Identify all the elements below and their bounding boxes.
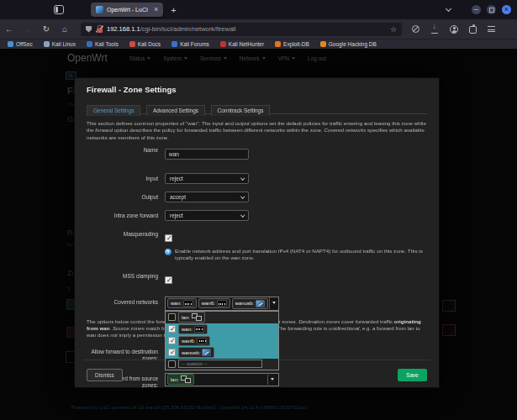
- nav-menu-item[interactable]: Status: [129, 55, 150, 61]
- bookmark-star-icon[interactable]: ☆: [390, 25, 397, 34]
- dropdown-option[interactable]: wanusb:: [166, 347, 278, 359]
- dropdown-option[interactable]: wan6:: [166, 335, 278, 347]
- modal-tab[interactable]: Advanced Settings: [146, 105, 205, 116]
- reload-button[interactable]: [37, 19, 55, 39]
- extensions-icon[interactable]: [469, 26, 477, 34]
- option-network-chip: lan:: [178, 312, 205, 323]
- output-policy-select[interactable]: accept: [165, 192, 249, 202]
- intra-zone-forward-select[interactable]: reject: [165, 210, 249, 221]
- list-all-tabs-chevron-down-icon[interactable]: [446, 6, 451, 12]
- permissions-blocked-icon[interactable]: [412, 25, 419, 33]
- covered-networks-multiselect[interactable]: wan: wan6: wanusb:: [165, 297, 279, 311]
- bookmark-favicon: [171, 41, 177, 47]
- selected-network-chip[interactable]: wan:: [167, 298, 197, 308]
- network-interface-icon: [256, 300, 265, 307]
- network-interface-icon: [192, 313, 202, 321]
- dropdown-open-button[interactable]: [269, 297, 278, 309]
- masquerading-checkbox[interactable]: [165, 234, 172, 242]
- mss-clamping-checkbox[interactable]: [165, 276, 172, 284]
- field-row-covered-networks: Covered networks wan: wan6:: [87, 297, 427, 311]
- dropdown-option[interactable]: wan:: [166, 323, 278, 335]
- intro-text-part: forward: [95, 127, 113, 133]
- tab-close-icon[interactable]: ×: [154, 6, 158, 13]
- window-maximize-button[interactable]: [487, 5, 496, 14]
- bookmark-item[interactable]: Kali Linux: [44, 41, 76, 47]
- name-label: Name: [87, 144, 158, 154]
- intra-zone-forward-label: Intra zone forward: [87, 210, 158, 219]
- forward-button[interactable]: [18, 19, 37, 39]
- bookmark-item[interactable]: Kali Docs: [129, 41, 161, 47]
- nav-menu-item[interactable]: Log out: [308, 55, 326, 61]
- masquerading-help: Enable network address and port translat…: [165, 248, 430, 261]
- selected-network-chip[interactable]: wanusb:: [232, 298, 268, 309]
- bookmark-item[interactable]: Kali NetHunter: [220, 41, 264, 47]
- triangle-down-icon: [272, 302, 276, 304]
- chevron-down-icon: [240, 213, 245, 217]
- bookmark-item[interactable]: Kali Forums: [171, 41, 209, 47]
- bookmark-favicon: [8, 41, 13, 47]
- option-checkbox[interactable]: [168, 325, 176, 333]
- dropdown-custom-row[interactable]: -- custom --: [166, 359, 278, 370]
- modal-tab[interactable]: Conntrack Settings: [211, 105, 271, 116]
- new-tab-button[interactable]: +: [171, 5, 176, 15]
- window-minimize-button[interactable]: [472, 5, 481, 14]
- zone-settings-modal: Firewall - Zone Settings General Setting…: [74, 77, 440, 388]
- bookmark-label: Google Hacking DB: [329, 41, 377, 47]
- hamburger-menu-icon[interactable]: [488, 26, 495, 32]
- bookmarks-bar: OffSec Kali Linux Kali Tools Kali Docs K…: [0, 39, 517, 49]
- nav-menu-item[interactable]: Services: [200, 55, 227, 61]
- chip-label: lan:: [182, 315, 190, 320]
- tabbar-right-controls: [446, 5, 517, 14]
- caret-down-icon: [184, 57, 187, 60]
- url-bar[interactable]: 192.168.1.1/cgi-bin/luci/admin/network/f…: [81, 23, 402, 36]
- window-close-button[interactable]: [502, 5, 511, 14]
- intro-text-part: option describes the policy for forwarde…: [113, 127, 324, 133]
- openwrt-favicon: [96, 6, 103, 13]
- back-button[interactable]: [0, 19, 18, 39]
- browser-tab[interactable]: OpenWrt - LuCI ×: [91, 3, 163, 17]
- modal-tab[interactable]: General Settings: [87, 105, 140, 116]
- dismiss-button[interactable]: Dismiss: [87, 369, 123, 381]
- intro-text-part: output: [235, 120, 250, 126]
- covered-networks-control: wan: wan6: wanusb:: [165, 297, 279, 311]
- bookmark-item[interactable]: Exploit-DB: [275, 41, 309, 47]
- openwrt-brand: OpenWrt: [67, 52, 108, 64]
- bookmark-item[interactable]: Kali Tools: [87, 41, 119, 47]
- bookmark-item[interactable]: OffSec: [8, 41, 33, 47]
- downloads-icon[interactable]: [430, 24, 439, 34]
- firefox-view-icon[interactable]: [54, 5, 64, 14]
- url-text[interactable]: 192.168.1.1/cgi-bin/luci/admin/network/f…: [107, 25, 386, 33]
- option-checkbox[interactable]: [168, 337, 176, 344]
- screenshot-root: OpenWrt - LuCI × + 192.168.1.1/cgi-bin/l…: [0, 0, 517, 420]
- url-path: /cgi-bin/luci/admin/network/firewall: [140, 25, 236, 33]
- nav-menu-item[interactable]: VPN: [278, 55, 295, 61]
- custom-network-input[interactable]: -- custom --: [178, 360, 262, 368]
- insecure-lock-icon[interactable]: [96, 25, 103, 33]
- network-interface-icon: [183, 300, 193, 307]
- bookmark-favicon: [87, 41, 92, 47]
- tracking-shield-icon[interactable]: [86, 26, 92, 33]
- nav-menu-item[interactable]: System: [163, 55, 187, 61]
- browser-toolbar: 192.168.1.1/cgi-bin/luci/admin/network/f…: [0, 19, 517, 39]
- account-icon[interactable]: [450, 25, 458, 34]
- nav-menu-label: VPN: [278, 55, 289, 61]
- custom-checkbox[interactable]: [168, 360, 176, 368]
- selected-network-chip[interactable]: wan6:: [198, 298, 230, 308]
- bookmark-favicon: [220, 41, 226, 47]
- input-policy-select[interactable]: reject: [165, 173, 249, 184]
- home-button[interactable]: [55, 19, 74, 39]
- nav-menu-label: Status: [129, 55, 145, 61]
- bookmark-item[interactable]: Google Hacking DB: [320, 41, 377, 47]
- field-row-output: Output accept: [87, 192, 427, 202]
- luci-page: OpenWrt Status System: [0, 49, 517, 420]
- option-checkbox[interactable]: [168, 313, 176, 321]
- caret-down-icon: [262, 57, 266, 60]
- option-checkbox[interactable]: [168, 349, 176, 356]
- field-row-masquerading: Masquerading: [87, 228, 427, 245]
- bookmark-label: Kali Docs: [138, 41, 161, 47]
- dropdown-option[interactable]: lan:: [166, 312, 278, 323]
- name-input[interactable]: [165, 149, 249, 160]
- intro-text-part: This section defines common properties o…: [87, 120, 212, 126]
- nav-menu-item[interactable]: Network: [240, 55, 266, 61]
- save-button[interactable]: Save: [398, 369, 427, 381]
